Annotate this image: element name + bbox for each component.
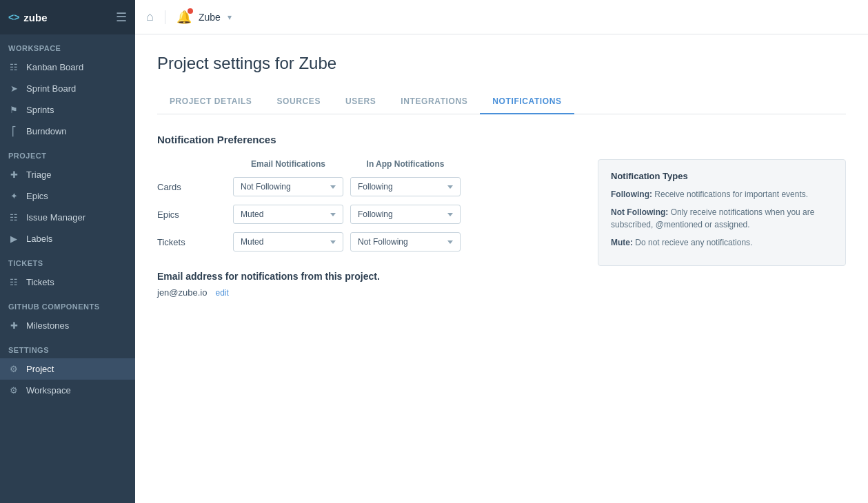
- sidebar-item-epics[interactable]: ✦ Epics: [0, 185, 135, 207]
- sidebar-item-label-tickets: Tickets: [26, 277, 54, 287]
- logo-icon: <>: [8, 12, 19, 23]
- sidebar-logo: <> zube: [8, 12, 48, 23]
- pref-table: Email Notifications In App Notifications…: [157, 159, 570, 298]
- pref-tickets-label: Tickets: [157, 237, 226, 247]
- sprint-icon: ➤: [8, 83, 19, 94]
- epics-app-select[interactable]: Following Not Following Muted: [350, 205, 461, 224]
- sidebar-item-kanban[interactable]: ☷ Kanban Board: [0, 57, 135, 78]
- pref-col-app-label: In App Notifications: [350, 159, 461, 169]
- sidebar: <> zube ☰ Workspace ☷ Kanban Board ➤ Spr…: [0, 0, 135, 503]
- topbar-project-chevron[interactable]: ▾: [228, 12, 232, 22]
- topbar-divider: [165, 10, 165, 24]
- email-edit-link[interactable]: edit: [215, 288, 228, 298]
- tabs: PROJECT DETAILS SOURCES USERS INTEGRATIO…: [157, 90, 846, 114]
- project-settings-icon: ⚙: [8, 364, 19, 374]
- sidebar-item-labels[interactable]: ▶ Labels: [0, 228, 135, 249]
- pref-cards-label: Cards: [157, 182, 226, 192]
- pref-row-cards: Cards Not Following Following Muted Foll…: [157, 177, 570, 196]
- sidebar-item-sprints[interactable]: ⚑ Sprints: [0, 99, 135, 121]
- home-icon[interactable]: ⌂: [146, 10, 154, 24]
- sidebar-item-workspace-settings[interactable]: ⚙ Workspace: [0, 380, 135, 401]
- notif-info-not-following: Not Following: Only receive notification…: [611, 206, 833, 231]
- tab-sources[interactable]: SOURCES: [264, 90, 333, 114]
- email-section: Email address for notifications from thi…: [157, 271, 570, 298]
- page-title: Project settings for Zube: [157, 54, 846, 73]
- page-title-project: Zube: [299, 54, 336, 72]
- topbar: ⌂ 🔔 Zube ▾: [135, 0, 868, 34]
- sidebar-item-milestones[interactable]: ✚ Milestones: [0, 315, 135, 336]
- cards-app-select[interactable]: Following Not Following Muted: [350, 177, 461, 196]
- tickets-email-select[interactable]: Muted Following Not Following: [233, 232, 343, 252]
- main-content: ⌂ 🔔 Zube ▾ Project settings for Zube PRO…: [135, 0, 868, 503]
- sidebar-item-label-sprints: Sprints: [26, 105, 54, 115]
- pref-header-row: Email Notifications In App Notifications: [157, 159, 570, 169]
- pref-row-epics: Epics Muted Following Not Following Foll…: [157, 205, 570, 224]
- tab-project-details[interactable]: PROJECT DETAILS: [157, 90, 264, 114]
- sidebar-item-label-epics: Epics: [26, 191, 48, 201]
- sidebar-item-label-burndown: Burndown: [26, 126, 67, 136]
- sidebar-item-sprint[interactable]: ➤ Sprint Board: [0, 78, 135, 99]
- menu-icon[interactable]: ☰: [116, 10, 127, 25]
- burndown-icon: ⎡: [8, 126, 19, 136]
- page-title-prefix: Project settings for: [157, 54, 299, 72]
- notif-info-title: Notification Types: [611, 171, 833, 181]
- kanban-icon: ☷: [8, 62, 19, 72]
- cards-email-select[interactable]: Not Following Following Muted: [233, 177, 343, 196]
- tab-integrations[interactable]: INTEGRATIONS: [388, 90, 480, 114]
- email-value: jen@zube.io: [157, 287, 207, 298]
- sidebar-item-burndown[interactable]: ⎡ Burndown: [0, 121, 135, 142]
- sidebar-item-label-workspace-settings: Workspace: [26, 385, 71, 396]
- sidebar-item-label-sprint: Sprint Board: [26, 83, 76, 94]
- notif-info-following: Following: Receive notifications for imp…: [611, 188, 833, 201]
- issue-manager-icon: ☷: [8, 212, 19, 223]
- milestones-icon: ✚: [8, 320, 19, 331]
- tab-notifications[interactable]: NOTIFICATIONS: [480, 90, 574, 114]
- tickets-section-label: Tickets: [0, 249, 135, 271]
- topbar-project-name: Zube: [199, 12, 221, 23]
- sidebar-item-triage[interactable]: ✚ Triage: [0, 164, 135, 185]
- sidebar-item-issue-manager[interactable]: ☷ Issue Manager: [0, 207, 135, 228]
- notification-bell[interactable]: 🔔: [176, 10, 192, 25]
- sidebar-item-label-triage: Triage: [26, 170, 51, 180]
- tickets-app-select[interactable]: Not Following Following Muted: [350, 232, 461, 252]
- triage-icon: ✚: [8, 170, 19, 180]
- sidebar-item-label-labels: Labels: [26, 234, 52, 244]
- logo-text: zube: [23, 12, 47, 23]
- epics-icon: ✦: [8, 191, 19, 201]
- sprints-icon: ⚑: [8, 105, 19, 115]
- bell-notification-dot: [188, 8, 193, 14]
- notification-types-box: Notification Types Following: Receive no…: [598, 159, 846, 266]
- sidebar-item-project-settings[interactable]: ⚙ Project: [0, 358, 135, 380]
- content-area: Project settings for Zube PROJECT DETAIL…: [135, 34, 868, 503]
- pref-layout: Email Notifications In App Notifications…: [157, 159, 846, 298]
- tickets-icon: ☷: [8, 277, 19, 287]
- sidebar-item-label-issue-manager: Issue Manager: [26, 212, 85, 223]
- email-section-title: Email address for notifications from thi…: [157, 271, 570, 282]
- pref-col-empty: [157, 159, 226, 169]
- sidebar-item-label-project-settings: Project: [26, 364, 54, 374]
- notif-info-mute: Mute: Do not recieve any notifications.: [611, 236, 833, 249]
- project-section-label: Project: [0, 142, 135, 164]
- pref-col-email-label: Email Notifications: [233, 159, 343, 169]
- labels-icon: ▶: [8, 234, 19, 244]
- github-section-label: GitHub Components: [0, 293, 135, 315]
- sidebar-item-label-milestones: Milestones: [26, 320, 69, 331]
- settings-section-label: Settings: [0, 336, 135, 358]
- workspace-settings-icon: ⚙: [8, 385, 19, 396]
- sidebar-item-tickets[interactable]: ☷ Tickets: [0, 271, 135, 293]
- tab-users[interactable]: USERS: [333, 90, 388, 114]
- epics-email-select[interactable]: Muted Following Not Following: [233, 205, 343, 224]
- sidebar-item-label-kanban: Kanban Board: [26, 62, 83, 72]
- notifications-section-title: Notification Preferences: [157, 134, 846, 145]
- pref-epics-label: Epics: [157, 209, 226, 220]
- email-row: jen@zube.io edit: [157, 287, 570, 298]
- workspace-section-label: Workspace: [0, 34, 135, 57]
- sidebar-header: <> zube ☰: [0, 0, 135, 34]
- pref-row-tickets: Tickets Muted Following Not Following No…: [157, 232, 570, 252]
